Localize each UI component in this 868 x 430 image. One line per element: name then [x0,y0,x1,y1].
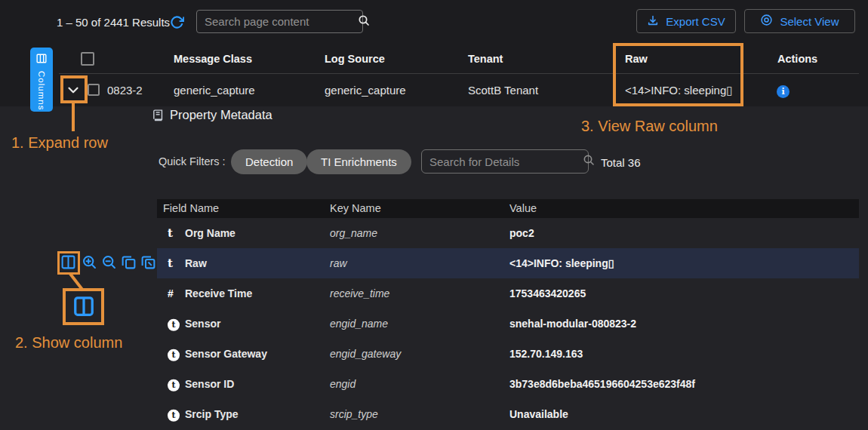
detail-row[interactable]: tSensorengid_namesnehal-modular-080823-2 [157,309,859,339]
detail-row[interactable]: tSensor Gatewayengid_gateway152.70.149.1… [157,339,859,369]
results-count: 1 – 50 of 2441 Results [57,16,170,29]
details-search-icon [583,154,595,169]
row-raw-cell: <14>INFO: sleeping▯ [625,84,733,97]
select-view-button[interactable]: Select View [744,9,855,33]
detail-key-name: srcip_type [330,408,378,420]
column-header-raw[interactable]: Raw [625,53,648,65]
detail-rows-container: tOrg Nameorg_namepoc2tRawraw<14>INFO: sl… [157,218,859,429]
detail-field-name: Sensor ID [185,378,234,390]
detail-value: 1753463420265 [509,287,586,299]
column-header-tenant[interactable]: Tenant [468,53,503,65]
columns-panel-label: Columns [37,71,46,110]
annotation-connector-1 [72,103,75,131]
detail-header-key-name: Key Name [330,202,381,214]
row-tenant-cell: ScottB Tenant [468,84,538,97]
details-search-input[interactable] [422,155,583,168]
page-search-input[interactable] [197,15,358,28]
annotation-step3: 3. View Raw column [581,118,718,135]
text-circle-type-icon: t [168,317,180,331]
row-checkbox[interactable] [88,84,100,96]
annotation-connector-2 [66,272,88,293]
download-icon [647,14,659,29]
detail-row[interactable]: #Receive Timereceive_time1753463420265 [157,278,859,309]
detail-row[interactable]: tOrg Nameorg_namepoc2 [157,218,859,248]
detail-field-name: Org Name [185,227,235,239]
select-view-label: Select View [780,15,839,28]
row-info-icon[interactable]: i [777,85,790,98]
text-circle-type-icon: t [168,377,180,392]
show-column-icon[interactable] [60,254,76,273]
zoom-out-icon[interactable] [101,254,117,273]
text-circle-type-icon: t [168,347,180,361]
detail-key-name: engid_gateway [330,348,401,360]
detail-row[interactable]: tRawraw<14>INFO: sleeping▯ [157,248,859,278]
detail-field-name: Sensor Gateway [185,348,267,360]
column-header-actions: Actions [777,53,817,65]
columns-panel-button[interactable]: Columns [30,48,53,112]
export-csv-button[interactable]: Export CSV [636,9,736,33]
zoom-in-icon[interactable] [82,254,97,273]
detail-key-name: raw [330,257,347,269]
detail-key-name: receive_time [330,287,389,299]
detail-field-name: Srcip Type [185,408,239,420]
eye-icon [760,14,773,29]
column-header-message-class[interactable]: Message Class [174,53,252,65]
detail-row[interactable]: tSrcip Typesrcip_typeUnavailable [157,399,859,429]
property-metadata-title: Property Metadata [170,108,272,122]
detail-key-name: engid [330,378,356,390]
annotation-step1: 1. Expand row [11,134,108,152]
detail-value: snehal-modular-080823-2 [509,318,636,330]
detail-field-name: Sensor [185,318,220,330]
detail-field-name: Receive Time [185,287,252,299]
quick-filter-detection[interactable]: Detection [231,149,307,174]
row-message-class-cell: generic_capture [174,84,255,97]
details-search-box[interactable] [421,149,589,174]
detail-row[interactable]: tSensor IDengid3b73e8d6beba465196604253e… [157,369,859,399]
annotation-step2: 2. Show column [15,334,122,352]
refresh-icon[interactable] [170,15,184,32]
search-icon [358,14,370,29]
detail-value: Unavailable [509,408,568,420]
number-type-icon: # [168,287,174,300]
detail-key-name: org_name [330,227,377,239]
text-type-icon: t [168,226,173,240]
detail-table-header: Field Name Key Name Value [157,199,859,218]
detail-value: <14>INFO: sleeping▯ [509,257,614,269]
header-divider [59,73,859,74]
page-search-box[interactable] [196,10,363,33]
quick-filter-ti-enrichments[interactable]: TI Enrichments [306,149,411,174]
text-type-icon: t [168,256,173,270]
copy-all-icon[interactable] [140,254,156,273]
detail-value: 152.70.149.163 [509,348,583,360]
detail-value: 3b73e8d6beba465196604253e623f48f [509,378,695,390]
expand-row-chevron-icon[interactable] [65,81,82,101]
copy-icon[interactable] [121,254,137,273]
text-circle-type-icon: t [168,407,180,422]
row-log-source-cell: generic_capture [325,84,406,97]
book-icon [152,109,165,124]
detail-header-value: Value [509,202,537,214]
detail-header-field-name: Field Name [163,202,219,214]
export-csv-label: Export CSV [666,15,725,28]
quick-filters-label: Quick Filters : [159,155,226,167]
row-id-cell: 0823-2 [107,84,143,97]
detail-key-name: engid_name [330,318,388,330]
column-header-log-source[interactable]: Log Source [325,53,385,65]
columns-table-icon [36,53,47,66]
detail-value: poc2 [509,227,534,239]
select-all-checkbox[interactable] [81,52,94,66]
detail-field-name: Raw [185,257,207,269]
total-count: Total 36 [601,156,641,169]
